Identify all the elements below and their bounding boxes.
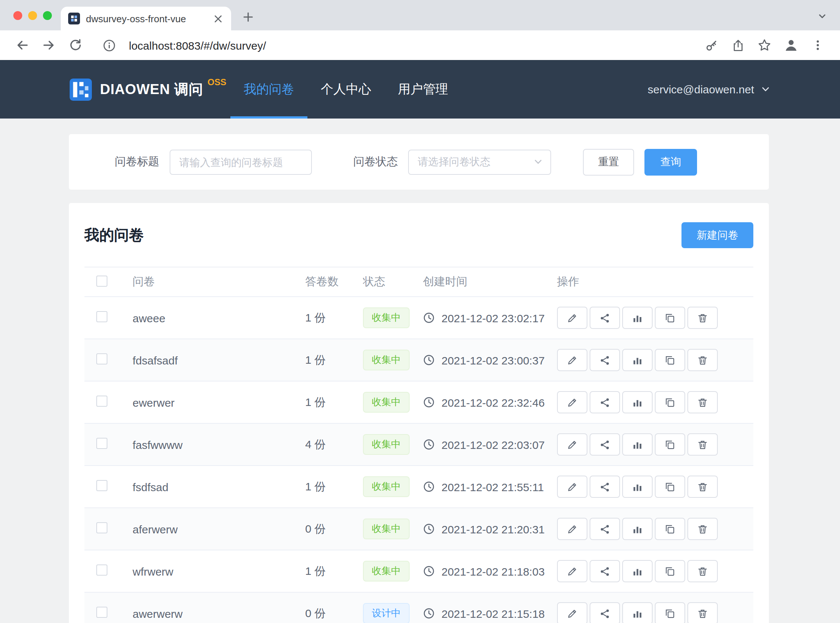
delete-icon[interactable]	[687, 602, 718, 623]
delete-icon[interactable]	[687, 518, 718, 540]
new-survey-button[interactable]: 新建问卷	[682, 222, 753, 248]
row-checkbox[interactable]	[96, 522, 107, 533]
edit-icon[interactable]	[557, 476, 587, 498]
row-checkbox[interactable]	[96, 396, 107, 407]
copy-icon[interactable]	[655, 476, 685, 498]
survey-title-text: aweee	[133, 312, 165, 324]
share-icon[interactable]	[590, 560, 620, 582]
minimize-window-button[interactable]	[28, 11, 37, 20]
row-checkbox[interactable]	[96, 311, 107, 322]
delete-icon[interactable]	[687, 349, 718, 371]
copy-icon[interactable]	[655, 307, 685, 329]
delete-icon[interactable]	[687, 307, 718, 329]
tab-close-icon[interactable]	[212, 12, 224, 25]
brand-name: DIAOWEN 调问	[100, 80, 203, 99]
nav-item-personal-center[interactable]: 个人中心	[307, 60, 385, 118]
row-checkbox[interactable]	[96, 438, 107, 449]
created-time: 2021-12-02 22:32:46	[441, 396, 545, 408]
stats-icon[interactable]	[622, 602, 653, 623]
stats-icon[interactable]	[622, 349, 653, 371]
copy-icon[interactable]	[655, 349, 685, 371]
address-url[interactable]: localhost:8083/#/dw/survey/	[129, 39, 266, 52]
nav-item-user-management[interactable]: 用户管理	[385, 60, 461, 118]
edit-icon[interactable]	[557, 433, 587, 456]
filter-buttons: 重置 查询	[583, 149, 697, 175]
response-count: 1 份	[305, 564, 325, 577]
table-row: aweee 1 份 收集中 2021-12-02 23:02:17	[84, 297, 753, 339]
tab-list-chevron-icon[interactable]	[815, 9, 829, 24]
forward-icon[interactable]	[39, 35, 58, 55]
row-checkbox[interactable]	[96, 565, 107, 575]
share-icon[interactable]	[590, 476, 620, 498]
stats-icon[interactable]	[622, 560, 653, 582]
account-menu[interactable]: service@diaowen.net	[648, 60, 770, 118]
delete-icon[interactable]	[687, 391, 718, 413]
survey-title-text: ewerwer	[133, 396, 175, 408]
info-icon[interactable]	[99, 35, 118, 55]
survey-title-input[interactable]	[170, 149, 312, 175]
stats-icon[interactable]	[622, 476, 653, 498]
created-time: 2021-12-02 23:00:37	[441, 354, 545, 366]
window-controls	[13, 11, 52, 20]
browser-address-bar: localhost:8083/#/dw/survey/	[0, 31, 840, 60]
stats-icon[interactable]	[622, 391, 653, 413]
clock-icon	[423, 565, 435, 577]
zoom-window-button[interactable]	[43, 11, 52, 20]
share-icon[interactable]	[728, 35, 747, 55]
delete-icon[interactable]	[687, 560, 718, 582]
survey-title-text: fsdfsad	[133, 480, 169, 493]
browser-tab-strip: dwsurvey-oss-front-vue	[0, 0, 840, 31]
copy-icon[interactable]	[655, 560, 685, 582]
status-badge: 收集中	[363, 307, 409, 328]
browser-tab[interactable]: dwsurvey-oss-front-vue	[61, 7, 231, 31]
browser-menu-icon[interactable]	[808, 35, 828, 55]
table-body: aweee 1 份 收集中 2021-12-02 23:02:17	[84, 297, 753, 623]
share-icon[interactable]	[590, 518, 620, 540]
delete-icon[interactable]	[687, 476, 718, 498]
copy-icon[interactable]	[655, 391, 685, 413]
clock-icon	[423, 523, 435, 535]
search-button[interactable]: 查询	[644, 149, 697, 175]
stats-icon[interactable]	[622, 433, 653, 456]
share-icon[interactable]	[590, 307, 620, 329]
created-time: 2021-12-02 21:20:31	[441, 523, 545, 535]
share-icon[interactable]	[590, 602, 620, 623]
bookmark-star-icon[interactable]	[755, 35, 774, 55]
app-header: DIAOWEN 调问 OSS 我的问卷 个人中心 用户管理 service@di…	[0, 60, 840, 118]
copy-icon[interactable]	[655, 602, 685, 623]
new-tab-button[interactable]	[239, 8, 258, 27]
share-icon[interactable]	[590, 391, 620, 413]
page-content: 问卷标题 问卷状态 请选择问卷状态 重置 查询 我的问卷 新建问卷	[0, 118, 840, 623]
share-icon[interactable]	[590, 349, 620, 371]
edit-icon[interactable]	[557, 602, 587, 623]
stats-icon[interactable]	[622, 518, 653, 540]
edit-icon[interactable]	[557, 560, 587, 582]
stats-icon[interactable]	[622, 307, 653, 329]
nav-item-my-surveys[interactable]: 我的问卷	[230, 60, 307, 118]
reload-icon[interactable]	[66, 35, 85, 55]
edit-icon[interactable]	[557, 391, 587, 413]
survey-status-label: 问卷状态	[353, 155, 398, 169]
row-checkbox[interactable]	[96, 353, 107, 364]
survey-status-select[interactable]: 请选择问卷状态	[408, 149, 551, 175]
select-all-checkbox[interactable]	[96, 275, 107, 286]
close-window-button[interactable]	[13, 11, 22, 20]
created-time: 2021-12-02 22:03:07	[441, 438, 545, 451]
copy-icon[interactable]	[655, 518, 685, 540]
table-row: ewerwer 1 份 收集中 2021-12-02 22:32:46	[84, 382, 753, 424]
status-badge: 收集中	[363, 561, 409, 582]
profile-icon[interactable]	[782, 35, 801, 55]
brand-logo[interactable]: DIAOWEN 调问 OSS	[70, 60, 226, 118]
edit-icon[interactable]	[557, 349, 587, 371]
share-icon[interactable]	[590, 433, 620, 456]
row-checkbox[interactable]	[96, 480, 107, 491]
delete-icon[interactable]	[687, 433, 718, 456]
edit-icon[interactable]	[557, 307, 587, 329]
back-icon[interactable]	[12, 35, 32, 55]
copy-icon[interactable]	[655, 433, 685, 456]
row-checkbox[interactable]	[96, 607, 107, 618]
key-icon[interactable]	[702, 35, 721, 55]
reset-button[interactable]: 重置	[583, 149, 634, 175]
survey-list-card: 我的问卷 新建问卷 问卷 答卷数 状态 创建时间 操作 aweee 1 份 收集…	[69, 203, 769, 623]
edit-icon[interactable]	[557, 518, 587, 540]
